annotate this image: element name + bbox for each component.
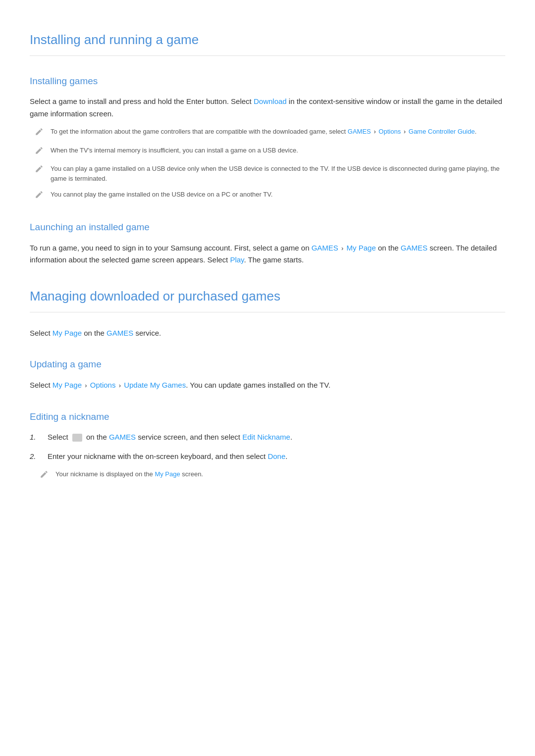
note-item-4: You cannot play the game installed on th… — [35, 190, 505, 202]
my-page-link-update[interactable]: My Page — [53, 381, 82, 389]
icon-placeholder-step1 — [72, 434, 82, 442]
nickname-step-2: 2. Enter your nickname with the on-scree… — [30, 451, 505, 463]
subsection-installing-games-title: Installing games — [30, 74, 505, 89]
subsection-launching-title: Launching an installed game — [30, 220, 505, 235]
options-link-update[interactable]: Options — [90, 381, 116, 389]
section2-title: Managing downloaded or purchased games — [30, 286, 505, 312]
my-page-link-manage[interactable]: My Page — [53, 329, 82, 337]
updating-body: Select My Page › Options › Update My Gam… — [30, 379, 505, 392]
update-my-games-link[interactable]: Update My Games — [124, 381, 186, 389]
nickname-note-1: Your nickname is displayed on the My Pag… — [40, 469, 505, 482]
edit-nickname-link[interactable]: Edit Nickname — [242, 433, 290, 441]
managing-intro: Select My Page on the GAMES service. — [30, 327, 505, 340]
pencil-icon-5 — [40, 470, 51, 482]
games-link-manage[interactable]: GAMES — [107, 329, 133, 337]
games-link-nickname[interactable]: GAMES — [109, 433, 136, 441]
download-link[interactable]: Download — [254, 97, 287, 105]
pencil-icon-2 — [35, 146, 46, 158]
subsection-updating-title: Updating a game — [30, 357, 505, 372]
launching-body: To run a game, you need to sign in to yo… — [30, 242, 505, 267]
game-controller-guide-link[interactable]: Game Controller Guide — [409, 128, 475, 135]
games-link-note1[interactable]: GAMES — [348, 128, 371, 135]
nickname-step-1: 1. Select on the GAMES service screen, a… — [30, 431, 505, 444]
note-item-1: To get the information about the game co… — [35, 127, 505, 139]
subsection-editing-nickname-title: Editing a nickname — [30, 409, 505, 424]
note-item-2: When the TV's internal memory is insuffi… — [35, 146, 505, 158]
done-link[interactable]: Done — [268, 452, 285, 460]
pencil-icon-4 — [35, 190, 46, 202]
my-page-link-launch[interactable]: My Page — [347, 244, 376, 252]
nickname-notes: Your nickname is displayed on the My Pag… — [40, 469, 505, 482]
nickname-steps: 1. Select on the GAMES service screen, a… — [30, 431, 505, 463]
installing-games-body: Select a game to install and press and h… — [30, 96, 505, 120]
options-link-note1[interactable]: Options — [378, 128, 401, 135]
my-page-link-note[interactable]: My Page — [155, 470, 180, 478]
games-link-launch[interactable]: GAMES — [312, 244, 338, 252]
games-link-launch2[interactable]: GAMES — [401, 244, 428, 252]
section1-title: Installing and running a game — [30, 30, 505, 56]
pencil-icon-3 — [35, 164, 46, 176]
pencil-icon-1 — [35, 127, 46, 139]
play-link[interactable]: Play — [230, 255, 244, 264]
installing-games-notes: To get the information about the game co… — [35, 127, 505, 202]
note-item-3: You can play a game installed on a USB d… — [35, 164, 505, 184]
page-wrapper: Installing and running a game Installing… — [30, 20, 505, 487]
